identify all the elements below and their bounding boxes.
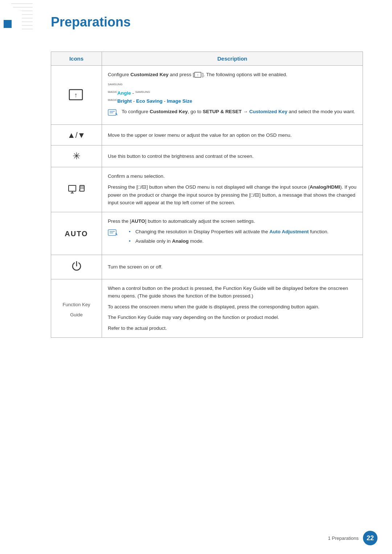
rect-monitor-icon: / xyxy=(57,185,96,194)
svg-text:↑: ↑ xyxy=(197,73,199,77)
desc-cell-auto: Press the [AUTO] button to automatically… xyxy=(102,212,363,255)
corner-decoration xyxy=(0,0,33,33)
power-icon xyxy=(71,260,82,272)
desc-cell-updown: Move to the upper or lower menu or adjus… xyxy=(102,125,363,145)
svg-text:↑: ↑ xyxy=(74,91,77,99)
desc-cell-brightness: Use this button to control the brightnes… xyxy=(102,145,363,167)
page-number: 22 xyxy=(363,531,377,545)
desc-cell-rect: Confirm a menu selection. Pressing the [… xyxy=(102,167,363,212)
svg-rect-22 xyxy=(80,185,84,191)
icon-cell-auto: AUTO xyxy=(51,212,102,255)
note-icon-auto xyxy=(108,229,118,237)
page-title: Preparations xyxy=(51,15,363,30)
table-row: ↑ Configure Customized Key and press [↑]… xyxy=(51,66,363,125)
auto-label: AUTO xyxy=(65,230,88,238)
svg-rect-26 xyxy=(108,230,116,235)
col-header-description: Description xyxy=(102,52,363,66)
svg-rect-9 xyxy=(4,20,12,28)
icon-cell-power xyxy=(51,255,102,279)
table-row: Function Key Guide When a control button… xyxy=(51,279,363,337)
icon-cell-brightness: ✳ xyxy=(51,145,102,167)
table-row: / Confirm a menu selection. Pressing the… xyxy=(51,167,363,212)
icon-cell-customized-key: ↑ xyxy=(51,66,102,125)
table-row: ✳ Use this button to control the brightn… xyxy=(51,145,363,167)
function-key-label: Function Key Guide xyxy=(63,302,90,317)
table-row: ▲/▼ Move to the upper or lower menu or a… xyxy=(51,125,363,145)
icon-cell-function-key: Function Key Guide xyxy=(51,279,102,337)
icon-cell-rect: / xyxy=(51,167,102,212)
note-box-auto: Changing the resolution in Display Prope… xyxy=(108,228,357,246)
footer-label: 1 Preparations xyxy=(328,535,359,541)
col-header-icons: Icons xyxy=(51,52,102,66)
desc-cell-customized-key: Configure Customized Key and press [↑]. … xyxy=(102,66,363,125)
main-table: Icons Description ↑ Configure Customized… xyxy=(51,52,363,338)
sun-icon: ✳ xyxy=(73,151,81,161)
table-row: Turn the screen on or off. xyxy=(51,255,363,279)
svg-rect-18 xyxy=(69,185,76,191)
updown-arrow-icon: ▲/▼ xyxy=(68,131,86,140)
svg-rect-14 xyxy=(108,110,116,115)
table-row: AUTO Press the [AUTO] button to automati… xyxy=(51,212,363,255)
customized-key-icon: ↑ xyxy=(69,87,85,100)
desc-cell-power: Turn the screen on or off. xyxy=(102,255,363,279)
page-footer: 1 Preparations 22 xyxy=(328,531,377,545)
desc-cell-function-key: When a control button on the product is … xyxy=(102,279,363,337)
note-box-customized-key: To configure Customized Key, go to SETUP… xyxy=(108,108,357,116)
note-icon xyxy=(108,108,118,116)
icon-cell-updown: ▲/▼ xyxy=(51,125,102,145)
